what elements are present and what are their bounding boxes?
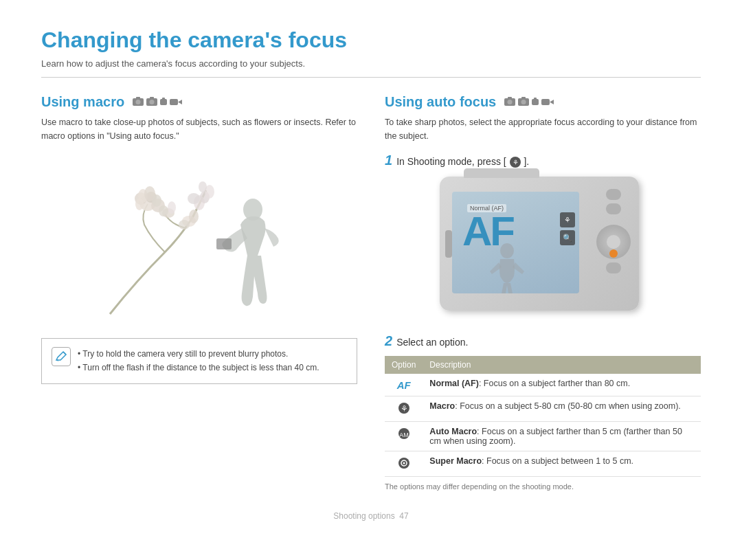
macro-description: Use macro to take close-up photos of sub… [41, 115, 357, 143]
screen-btn-macro: ⚘ [560, 212, 575, 227]
table-body: AF Normal (AF): Focus on a subject farth… [385, 374, 701, 477]
option-icon-auto-macro: AM [385, 422, 423, 451]
macro-section-title: Using macro [41, 94, 357, 110]
svg-rect-35 [521, 97, 526, 99]
tips-icon [52, 347, 71, 366]
options-note: The options may differ depending on the … [385, 482, 701, 491]
option-icon-af: AF [385, 374, 423, 396]
svg-rect-30 [216, 238, 232, 249]
nav-wheel-body [596, 225, 631, 259]
svg-text:AM: AM [399, 432, 409, 438]
screen-btn-zoom: 🔍 [560, 230, 575, 245]
af-mode-icons [504, 97, 554, 108]
page-footer: Shooting options 47 [41, 511, 701, 521]
col-description: Description [423, 356, 701, 374]
screen-person-icon [480, 238, 535, 293]
autofocus-section-title: Using auto focus [385, 94, 701, 110]
svg-point-17 [135, 198, 144, 210]
main-content: Using macro [41, 94, 701, 491]
macro-focus-icon: ⚘ [398, 402, 410, 414]
nav-wheel-center [607, 235, 620, 249]
step-1-text: In Shooting mode, press [ ⚘ ]. [396, 156, 529, 168]
page-title: Changing the camera's focus [41, 27, 701, 53]
tip-1: • Try to hold the camera very still to p… [78, 347, 319, 361]
option-icon-macro: ⚘ [385, 396, 423, 422]
mode-icon-group [133, 97, 182, 108]
svg-point-43 [500, 243, 514, 258]
step-2-text: Select an option. [396, 337, 468, 348]
svg-point-2 [136, 100, 141, 104]
option-desc-auto-macro: Auto Macro: Focus on a subject farther t… [423, 422, 701, 451]
pencil-icon [54, 350, 68, 363]
auto-macro-icon: AM [398, 427, 410, 440]
svg-rect-38 [534, 98, 537, 100]
svg-rect-4 [150, 97, 154, 99]
svg-point-29 [243, 199, 262, 221]
svg-text:⚘: ⚘ [512, 159, 518, 166]
table-row: AF Normal (AF): Focus on a subject farth… [385, 374, 701, 396]
step-1: 1 In Shooting mode, press [ ⚘ ]. [385, 153, 701, 168]
svg-rect-39 [541, 99, 550, 105]
nav-wheel [596, 225, 631, 259]
table-row: Super Macro: Focus on a subject between … [385, 451, 701, 477]
option-icon-super-macro [385, 451, 423, 477]
footer-text: Shooting options [333, 511, 394, 521]
svg-rect-8 [170, 99, 178, 105]
macro-illustration [41, 153, 357, 331]
table-row: ⚘ Macro: Focus on a subject 5-80 cm (50-… [385, 396, 701, 422]
af-mode-icon-group [504, 97, 554, 108]
option-desc-af: Normal (AF): Focus on a subject farther … [423, 374, 701, 396]
camera-lens-grip [445, 230, 452, 258]
macro-section: Using macro [41, 94, 357, 491]
svg-point-16 [152, 194, 161, 207]
extra-button [606, 262, 621, 273]
autofocus-description: To take sharp photos, select the appropr… [385, 115, 701, 143]
svg-marker-40 [550, 100, 554, 104]
svg-point-23 [179, 220, 190, 229]
tips-box: • Try to hold the camera very still to p… [41, 338, 357, 384]
table-header: Option Description [385, 356, 701, 374]
tip-2: • Turn off the flash if the distance to … [78, 361, 319, 374]
svg-rect-32 [508, 97, 512, 99]
svg-marker-9 [178, 100, 182, 104]
step-2: 2 Select an option. [385, 333, 701, 349]
svg-point-22 [189, 210, 199, 223]
svg-point-28 [199, 181, 207, 192]
svg-point-26 [188, 193, 200, 204]
camera-right-controls [596, 189, 631, 273]
step-2-number: 2 [385, 333, 392, 349]
camera-top-hump [464, 168, 539, 178]
svg-point-50 [403, 462, 405, 464]
macro-button-icon: ⚘ [509, 156, 521, 168]
svg-point-36 [521, 100, 526, 104]
tips-content: • Try to hold the camera very still to p… [78, 347, 319, 375]
power-button [606, 189, 621, 200]
svg-point-5 [150, 100, 155, 104]
svg-rect-1 [136, 97, 140, 99]
super-macro-icon [398, 457, 410, 469]
shutter-button [606, 203, 621, 214]
af-icon: AF [397, 379, 411, 391]
screen-button-panel: ⚘ 🔍 [560, 212, 575, 245]
svg-point-20 [159, 205, 168, 216]
svg-text:⚘: ⚘ [400, 404, 407, 414]
option-desc-macro: Macro: Focus on a subject 5-80 cm (50-80… [423, 396, 701, 422]
options-table: Option Description AF Normal (AF): Focus… [385, 356, 701, 477]
camera-screen: Normal (AF) AF ⚘ 🔍 [452, 192, 579, 293]
page-subtitle: Learn how to adjust the camera's focus a… [41, 58, 701, 69]
macro-mode-icons [133, 97, 182, 108]
camera-body-wrapper: Normal (AF) AF ⚘ 🔍 [440, 177, 646, 321]
nav-select-btn [609, 249, 618, 258]
camera-illustration: Normal (AF) AF ⚘ 🔍 [385, 177, 701, 321]
svg-point-33 [508, 100, 513, 104]
camera-body: Normal (AF) AF ⚘ 🔍 [440, 177, 639, 311]
svg-point-19 [168, 201, 176, 214]
col-option: Option [385, 356, 423, 374]
section-divider [41, 77, 701, 78]
page-number: 47 [399, 511, 408, 521]
macro-svg [82, 156, 316, 328]
table-row: AM Auto Macro: Focus on a subject farthe… [385, 422, 701, 451]
svg-rect-7 [162, 98, 165, 100]
option-desc-super-macro: Super Macro: Focus on a subject between … [423, 451, 701, 477]
autofocus-section: Using auto focus To take sharp photos, s… [385, 94, 701, 491]
